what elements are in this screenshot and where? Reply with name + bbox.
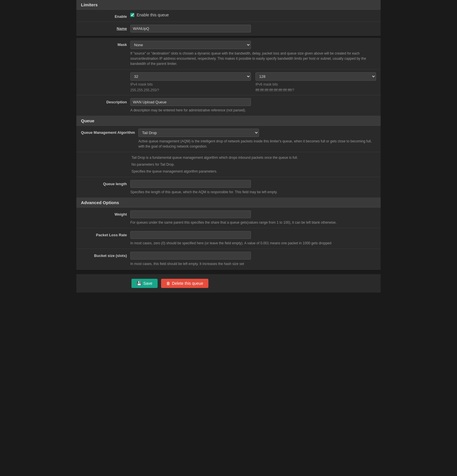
- queue-length-content: Specifies the length of this queue, whic…: [130, 180, 376, 195]
- qma-row: Queue Management Algorithm Tail Drop COD…: [76, 126, 381, 152]
- weight-input[interactable]: [130, 210, 251, 218]
- page-wrapper: Limiters Enable Enable this queue Name M…: [76, 0, 381, 293]
- mask-content: None Source Destination If "source" or "…: [130, 41, 376, 66]
- qma-label: Queue Management Algorithm: [81, 129, 135, 135]
- enable-checkbox-label: Enable this queue: [137, 13, 169, 17]
- qma-help-text: Active queue management (AQM) is the int…: [138, 139, 376, 149]
- ipv6-item: 128 IPv6 mask bits ffff:ffff:ffff:ffff:f…: [255, 72, 376, 92]
- enable-checkbox[interactable]: [130, 13, 134, 17]
- bucket-size-content: In most cases, this field should be left…: [130, 252, 376, 266]
- mask-bits-two-col: 32 IPv4 mask bits 255.255.255.255/? 128 …: [130, 72, 376, 92]
- name-row: Name: [76, 22, 381, 36]
- queue-title: Queue: [81, 118, 94, 123]
- tail-drop-info1: Tail Drop is a fundamental queue managem…: [131, 155, 376, 160]
- ipv6-subnet: ffff:ffff:ffff:ffff:ffff:ffff:ffff:ffff/…: [255, 88, 376, 92]
- advanced-section-header: Advanced Options: [76, 198, 381, 208]
- limiters-section-header: Limiters: [76, 0, 381, 10]
- mask-help-text: If "source" or "destination" slots is ch…: [130, 51, 376, 66]
- mask-row: Mask None Source Destination If "source"…: [76, 38, 381, 69]
- save-icon: 💾: [137, 281, 142, 286]
- tail-drop-info3: Specifies the queue management algorithm…: [131, 169, 376, 174]
- delete-icon: 🗑: [166, 281, 170, 286]
- tail-drop-info2: No parameters for Tail Drop.: [131, 162, 376, 167]
- description-row: Description A description may be entered…: [76, 95, 381, 116]
- delete-label: Delete this queue: [172, 281, 203, 286]
- limiters-title: Limiters: [81, 2, 98, 7]
- name-input[interactable]: [130, 25, 251, 32]
- delete-button[interactable]: 🗑 Delete this queue: [161, 279, 208, 288]
- packet-loss-help: In most cases, zero (0) should be specif…: [130, 241, 376, 246]
- ipv4-select[interactable]: 32: [130, 72, 251, 81]
- ipv4-subnet: 255.255.255.255/?: [130, 88, 251, 92]
- packet-loss-label: Packet Loss Rate: [81, 231, 127, 237]
- bucket-size-help: In most cases, this field should be left…: [130, 261, 376, 266]
- bucket-size-input[interactable]: [130, 252, 251, 260]
- advanced-title: Advanced Options: [81, 200, 119, 205]
- button-row: 💾 Save 🗑 Delete this queue: [76, 274, 381, 293]
- enable-checkbox-row: Enable this queue: [130, 13, 376, 17]
- weight-row: Weight For queues under the same parent …: [76, 208, 381, 228]
- qma-select[interactable]: Tail Drop CODEL FQ_CODEL PIE RED: [138, 129, 259, 137]
- queue-length-help: Specifies the length of this queue, whic…: [130, 189, 376, 195]
- save-button[interactable]: 💾 Save: [131, 279, 158, 288]
- ipv4-item: 32 IPv4 mask bits 255.255.255.255/?: [130, 72, 251, 92]
- enable-label: Enable: [81, 13, 127, 19]
- description-input[interactable]: [130, 98, 251, 106]
- mask-select[interactable]: None Source Destination: [130, 41, 251, 49]
- mask-bits-label-empty: [81, 72, 127, 74]
- bucket-size-row: Bucket size (slots) In most cases, this …: [76, 249, 381, 270]
- ipv6-label: IPv6 mask bits: [255, 82, 376, 86]
- mask-bits-content: 32 IPv4 mask bits 255.255.255.255/? 128 …: [130, 72, 376, 92]
- weight-help: For queues under the same parent this sp…: [130, 220, 376, 225]
- bucket-size-label: Bucket size (slots): [81, 252, 127, 258]
- enable-content: Enable this queue: [130, 13, 376, 17]
- packet-loss-content: In most cases, zero (0) should be specif…: [130, 231, 376, 246]
- weight-label: Weight: [81, 210, 127, 216]
- enable-row: Enable Enable this queue: [76, 10, 381, 22]
- queue-section-header: Queue: [76, 116, 381, 126]
- weight-content: For queues under the same parent this sp…: [130, 210, 376, 225]
- ipv6-select[interactable]: 128: [255, 72, 376, 81]
- save-label: Save: [143, 281, 152, 286]
- description-label: Description: [81, 98, 127, 104]
- mask-label: Mask: [81, 41, 127, 47]
- description-content: A description may be entered here for ad…: [130, 98, 376, 113]
- queue-length-label: Queue length: [81, 180, 127, 186]
- qma-content: Tail Drop CODEL FQ_CODEL PIE RED Active …: [138, 129, 376, 149]
- description-help: A description may be entered here for ad…: [130, 108, 376, 113]
- packet-loss-input[interactable]: [130, 231, 251, 239]
- queue-length-input[interactable]: [130, 180, 251, 188]
- qma-label-text: Queue Management Algorithm: [81, 130, 135, 135]
- name-label: Name: [81, 25, 127, 31]
- tail-drop-info-row: Tail Drop is a fundamental queue managem…: [76, 152, 381, 177]
- ipv4-label: IPv4 mask bits: [130, 82, 251, 86]
- packet-loss-row: Packet Loss Rate In most cases, zero (0)…: [76, 228, 381, 249]
- mask-bits-row: 32 IPv4 mask bits 255.255.255.255/? 128 …: [76, 69, 381, 95]
- name-content: [130, 25, 376, 32]
- queue-length-row: Queue length Specifies the length of thi…: [76, 177, 381, 198]
